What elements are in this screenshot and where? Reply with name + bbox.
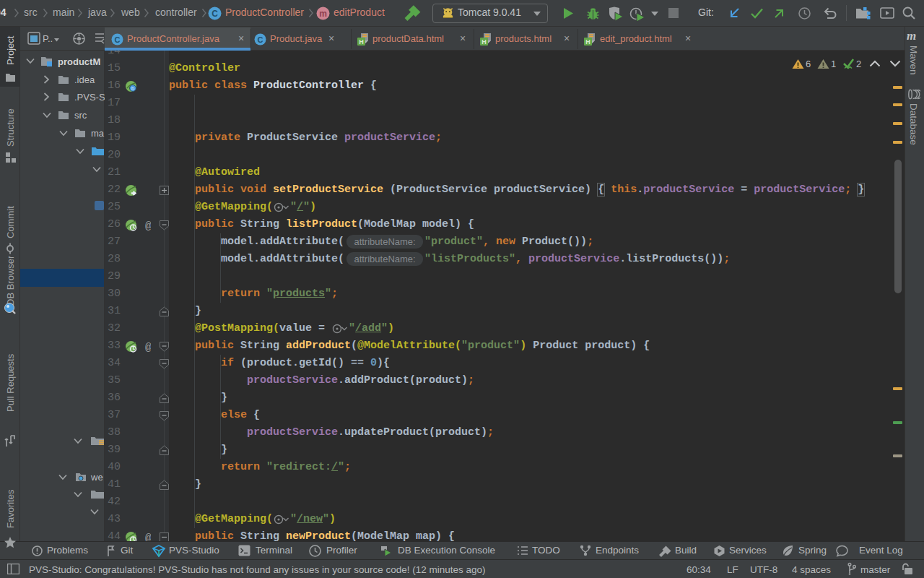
svg-text:@: @ [145,532,151,541]
svg-text:C: C [212,9,218,19]
svg-text:@: @ [145,342,151,353]
svg-text:H: H [481,38,487,46]
svg-text:H: H [359,38,364,46]
svg-text:C: C [115,35,121,44]
svg-text:H: H [585,38,590,46]
svg-text:C: C [258,35,263,44]
svg-text:m: m [319,9,327,19]
svg-text:@: @ [145,220,151,231]
svg-text:b: b [131,85,135,92]
